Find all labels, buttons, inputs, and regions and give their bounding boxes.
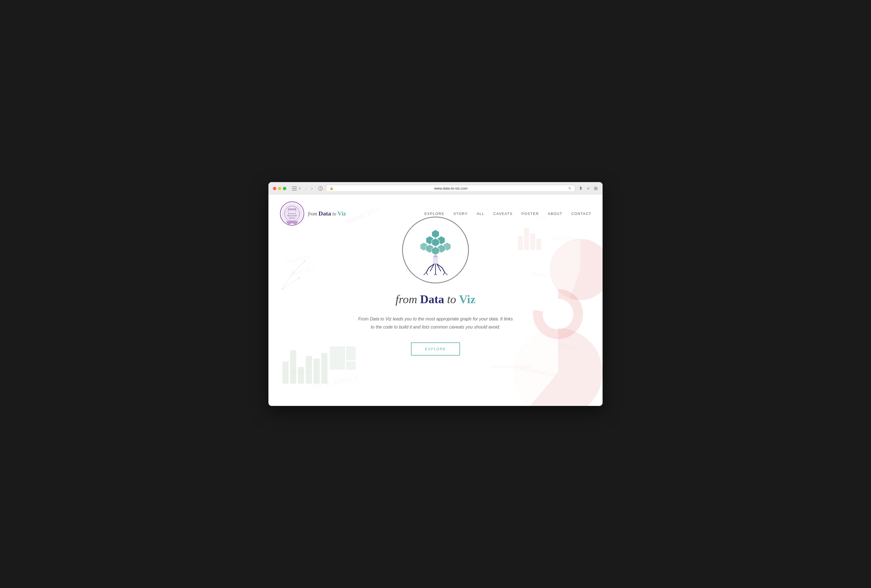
chevron-down-icon: ▾ [299,187,301,190]
fullscreen-button[interactable] [283,187,286,190]
nav-item-poster[interactable]: POSTER [522,211,539,216]
sidebar-toggle[interactable]: ▾ [292,187,301,190]
logo-area[interactable]: KANTAR Information Is Beautiful Awards W… [280,201,346,226]
nav-item-contact[interactable]: CONTACT [572,211,591,216]
close-button[interactable] [273,187,276,190]
svg-marker-17 [432,238,439,246]
nav-link-contact[interactable]: CONTACT [572,212,591,216]
hero-title-data: Data [420,293,444,306]
nav-item-caveats[interactable]: CAVEATS [494,211,513,216]
nav-link-story[interactable]: STORY [453,212,468,216]
browser-titlebar: ▾ ‹ › 🔒 www.data-to-viz.com ↻ ⬆ + ⊞ [273,185,598,192]
address-bar[interactable]: 🔒 www.data-to-viz.com ↻ [326,185,575,192]
traffic-lights [273,187,286,190]
browser-window: ▾ ‹ › 🔒 www.data-to-viz.com ↻ ⬆ + ⊞ [268,182,603,406]
nav-menu: EXPLORE STORY ALL CAVEATS POSTER ABOUT [424,211,591,216]
nav-item-story[interactable]: STORY [453,211,468,216]
nav-buttons: ‹ › [304,186,314,192]
share-button[interactable]: ⬆ [578,185,583,192]
hero-title-from: from [395,293,417,306]
explore-button[interactable]: EXPLORE [411,343,460,356]
nav-item-all[interactable]: ALL [477,211,485,216]
minimize-button[interactable] [278,187,281,190]
browser-actions: ⬆ + ⊞ [578,185,598,192]
svg-text:Winner: Winner [290,217,295,219]
logo-text: from Data to Viz [308,210,346,217]
nav-link-explore[interactable]: EXPLORE [424,212,444,216]
back-button[interactable]: ‹ [304,186,308,192]
hero-title: from Data to Viz [395,292,475,306]
logo-from: from [308,211,319,217]
logo-viz: Viz [337,210,346,217]
hero-description: From Data to Viz leads you to the most a… [358,315,513,331]
browser-chrome: ▾ ‹ › 🔒 www.data-to-viz.com ↻ ⬆ + ⊞ [268,182,603,195]
new-tab-button[interactable]: + [587,186,590,192]
svg-marker-22 [432,247,439,255]
forward-button[interactable]: › [310,186,314,192]
logo-to: to [332,211,338,217]
site-nav: KANTAR Information Is Beautiful Awards W… [268,195,603,233]
svg-text:Information Is: Information Is [288,213,296,214]
svg-text:KANTAR: KANTAR [288,208,296,211]
nav-link-caveats[interactable]: CAVEATS [494,212,513,216]
svg-text:Beautiful Awards: Beautiful Awards [287,215,297,216]
sidebar-icon [292,187,297,190]
watermark-whole: OF A WHOLE [313,374,359,391]
refresh-icon[interactable]: ↻ [568,186,572,190]
url-text: www.data-to-viz.com [336,186,566,190]
kantar-badge: KANTAR Information Is Beautiful Awards W… [280,201,305,226]
nav-item-about[interactable]: ABOUT [548,211,562,216]
nav-link-all[interactable]: ALL [477,212,485,216]
hero-title-viz: Viz [459,293,476,306]
website-content: Bubble plot Connected Scatter plot Wordc… [268,195,603,406]
lock-icon: 🔒 [330,187,334,190]
grid-button[interactable]: ⊞ [593,185,598,192]
svg-rect-24 [434,255,437,257]
privacy-icon [317,185,324,192]
nav-item-explore[interactable]: EXPLORE [424,211,444,216]
nav-link-about[interactable]: ABOUT [548,212,562,216]
logo-data: Data [319,210,331,217]
nav-link-poster[interactable]: POSTER [522,212,539,216]
hero-title-to: to [447,293,459,306]
